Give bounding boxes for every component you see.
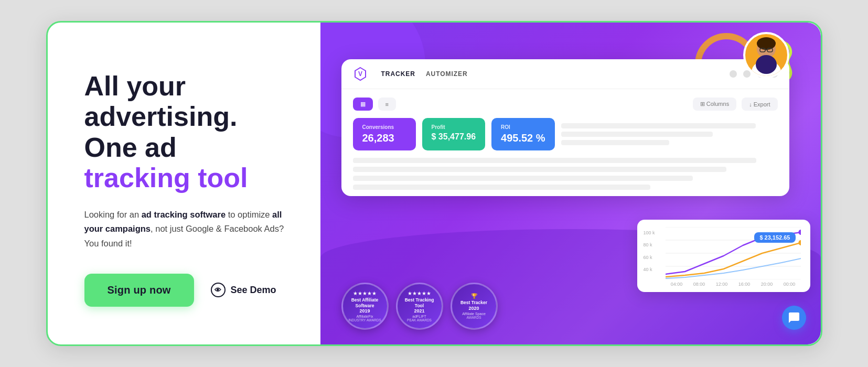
headline-line2-normal: One ad: [84, 132, 177, 163]
x-label-1: 04:00: [671, 282, 683, 287]
svg-point-14: [798, 230, 801, 235]
badge-brand-3: Affiliate Space: [462, 312, 486, 316]
toolbar-btn-export[interactable]: ↓ Export: [742, 98, 777, 111]
app-logo: V: [353, 67, 368, 81]
metric-conversions-label: Conversions: [362, 124, 406, 130]
chart-value-bubble: $ 23,152.65: [754, 232, 795, 243]
badge-title-1: Best Affiliate Software: [347, 297, 383, 308]
badge-brand-2: adFLIFT: [412, 315, 426, 318]
metric-roi-value: 495.52 %: [501, 132, 545, 144]
eye-icon: 👁: [211, 283, 226, 297]
right-panel: V TRACKER AUTOMIZER ▦ ≡ ⊞ C: [320, 23, 821, 344]
icon-dot-1: [730, 70, 737, 78]
toolbar-btn-filter[interactable]: ⊞ Columns: [693, 98, 736, 111]
svg-point-15: [798, 240, 801, 245]
badge-type-3: AWARDS: [466, 316, 481, 319]
headline-line2-accent: tracking tool: [84, 163, 248, 193]
avatar: [743, 32, 789, 78]
table-placeholder: [353, 158, 778, 190]
demo-button[interactable]: 👁 See Demo: [211, 283, 276, 297]
badge-stars-3: 🏆: [471, 293, 477, 299]
y-label-100k: 100 k: [644, 230, 655, 235]
dashboard-header: V TRACKER AUTOMIZER: [341, 59, 789, 89]
badge-type-1: INDUSTRY AWARDS: [348, 318, 381, 322]
chart-y-labels: 100 k 80 k 60 k 40 k: [644, 230, 655, 272]
main-card: All your advertising. One ad tracking to…: [46, 21, 822, 346]
chart-area: $ 23,152.65: [666, 227, 801, 279]
icon-dot-2: [743, 70, 751, 78]
metric-profit-label: Profit: [432, 124, 476, 130]
badge-type-2: PEAK AWARDS: [407, 318, 432, 322]
badge-brand-1: AffiliateFix: [356, 315, 373, 318]
metric-conversions-value: 26,283: [362, 132, 406, 144]
table-row-3: [353, 176, 693, 181]
chart-x-labels: 04:00 08:00 12:00 16:00 20:00 00:00: [666, 282, 801, 287]
table-row-2: [353, 167, 727, 172]
toolbar-btn-2[interactable]: ≡: [378, 98, 396, 111]
badge-year-3: 2020: [468, 306, 479, 311]
signup-button[interactable]: Sign up now: [84, 274, 194, 307]
badges-row: ★★★★★ Best Affiliate Software 2019 Affil…: [341, 283, 498, 330]
badge-affiliate-software: ★★★★★ Best Affiliate Software 2019 Affil…: [341, 283, 389, 330]
metric-roi-label: ROI: [501, 124, 545, 130]
metric-profit-value: $ 35,477.96: [432, 132, 476, 142]
svg-point-6: [756, 55, 777, 74]
badge-year-1: 2019: [359, 308, 370, 314]
badge-stars-1: ★★★★★: [353, 290, 377, 296]
subtext: Looking for an ad tracking software to o…: [84, 208, 289, 251]
x-label-6: 00:00: [784, 282, 796, 287]
chat-icon: [788, 311, 800, 324]
dashboard-card: V TRACKER AUTOMIZER ▦ ≡ ⊞ C: [341, 59, 789, 196]
x-label-2: 08:00: [693, 282, 705, 287]
badge-title-2: Best Tracking Tool: [402, 297, 437, 308]
left-panel: All your advertising. One ad tracking to…: [48, 23, 320, 344]
nav-automizer[interactable]: AUTOMIZER: [426, 70, 468, 78]
badge-stars-2: ★★★★★: [408, 290, 431, 296]
x-label-5: 20:00: [761, 282, 773, 287]
y-label-80k: 80 k: [644, 242, 655, 247]
chart-popup: 100 k 80 k 60 k 40 k $ 23,152.65: [637, 220, 810, 292]
badge-best-tracker: 🏆 Best Tracker 2020 Affiliate Space AWAR…: [451, 283, 498, 330]
y-label-40k: 40 k: [644, 267, 655, 272]
svg-text:V: V: [358, 70, 362, 78]
dashboard-nav: TRACKER AUTOMIZER: [381, 70, 468, 78]
metric-card-profit: Profit $ 35,477.96: [422, 118, 486, 150]
svg-point-1: [757, 37, 776, 50]
chat-bubble-button[interactable]: [782, 306, 806, 330]
dashboard-body: ▦ ≡ ⊞ Columns ↓ Export Conversions 26,28…: [341, 89, 789, 190]
headline-line1: All your advertising.: [84, 71, 238, 132]
table-row-4: [353, 185, 650, 190]
toolbar-btn-1[interactable]: ▦: [353, 98, 373, 111]
x-label-4: 16:00: [738, 282, 751, 287]
table-row-1: [353, 158, 757, 163]
x-label-3: 12:00: [716, 282, 728, 287]
cta-row: Sign up now 👁 See Demo: [84, 274, 289, 307]
metric-cards-row: Conversions 26,283 Profit $ 35,477.96 RO…: [353, 118, 778, 150]
dashboard-toolbar: ▦ ≡ ⊞ Columns ↓ Export: [353, 98, 778, 111]
headline: All your advertising. One ad tracking to…: [84, 71, 289, 193]
badge-title-3: Best Tracker: [460, 300, 487, 305]
metric-card-conversions: Conversions 26,283: [353, 118, 416, 150]
metric-card-roi: ROI 495.52 %: [491, 118, 555, 150]
nav-tracker[interactable]: TRACKER: [381, 70, 415, 78]
badge-year-2: 2021: [414, 308, 424, 314]
badge-tracking-tool: ★★★★★ Best Tracking Tool 2021 adFLIFT PE…: [396, 283, 443, 330]
y-label-60k: 60 k: [644, 255, 655, 260]
